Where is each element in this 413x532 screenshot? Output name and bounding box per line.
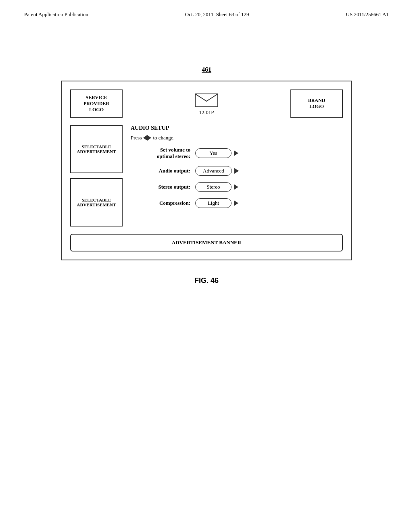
left-ads-column: SELECTABLE ADVERTISEMENT SELECTABLE ADVE…	[70, 125, 123, 227]
service-provider-logo: SERVICE PROVIDER LOGO	[70, 89, 123, 118]
press-instruction: Press to change.	[131, 135, 343, 141]
nav-arrows	[143, 135, 151, 141]
selectable-ad-1[interactable]: SELECTABLE ADVERTISEMENT	[70, 125, 123, 173]
setting-row-volume: Set volume tooptimal stereo: Yes	[131, 147, 343, 160]
settings-area: AUDIO SETUP Press to change. Set volume …	[131, 125, 343, 227]
setting-row-stereo-output: Stereo output: Stereo	[131, 182, 343, 192]
diagram-container: SERVICE PROVIDER LOGO 12:01P BRAND LOGO …	[61, 81, 352, 260]
figure-caption: FIG. 46	[0, 276, 413, 285]
right-arrow-icon-light[interactable]	[234, 200, 238, 206]
nav-right-icon	[147, 135, 151, 141]
main-content: SELECTABLE ADVERTISEMENT SELECTABLE ADVE…	[70, 125, 343, 227]
right-arrow-icon-stereo[interactable]	[234, 184, 238, 190]
setting-value-audio-output: Advanced	[195, 166, 239, 176]
audio-setup-title: AUDIO SETUP	[131, 125, 343, 131]
header-middle: Oct. 20, 2011 Sheet 63 of 129	[185, 11, 249, 18]
envelope-icon	[194, 91, 219, 108]
setting-row-compression: Compression: Light	[131, 198, 343, 208]
selectable-ad-2[interactable]: SELECTABLE ADVERTISEMENT	[70, 178, 123, 227]
setting-label-volume: Set volume tooptimal stereo:	[131, 147, 195, 160]
brand-logo: BRAND LOGO	[290, 89, 343, 118]
nav-left-icon	[143, 135, 147, 141]
setting-value-stereo-output: Stereo	[195, 182, 238, 192]
top-row: SERVICE PROVIDER LOGO 12:01P BRAND LOGO	[70, 89, 343, 118]
setting-label-stereo-output: Stereo output:	[131, 184, 195, 190]
time-display: 12:01P	[199, 109, 214, 116]
setting-value-volume: Yes	[195, 148, 238, 158]
setting-label-audio-output: Audio output:	[131, 168, 195, 174]
right-arrow-icon-advanced[interactable]	[234, 168, 239, 174]
header-left: Patent Application Publication	[24, 11, 88, 18]
value-pill-advanced[interactable]: Advanced	[195, 166, 232, 176]
patent-header: Patent Application Publication Oct. 20, …	[0, 0, 413, 18]
setting-row-audio-output: Audio output: Advanced	[131, 166, 343, 176]
advertisement-banner[interactable]: ADVERTISEMENT BANNER	[70, 234, 343, 251]
envelope-time-area: 12:01P	[194, 91, 219, 116]
setting-value-compression: Light	[195, 198, 238, 208]
header-patent: US 2011/258661 A1	[346, 11, 389, 18]
setting-label-compression: Compression:	[131, 200, 195, 206]
value-pill-light[interactable]: Light	[195, 198, 232, 208]
value-pill-stereo[interactable]: Stereo	[195, 182, 232, 192]
value-pill-yes[interactable]: Yes	[195, 148, 232, 158]
right-arrow-icon-yes[interactable]	[234, 150, 238, 156]
figure-ref: 461	[0, 66, 413, 73]
